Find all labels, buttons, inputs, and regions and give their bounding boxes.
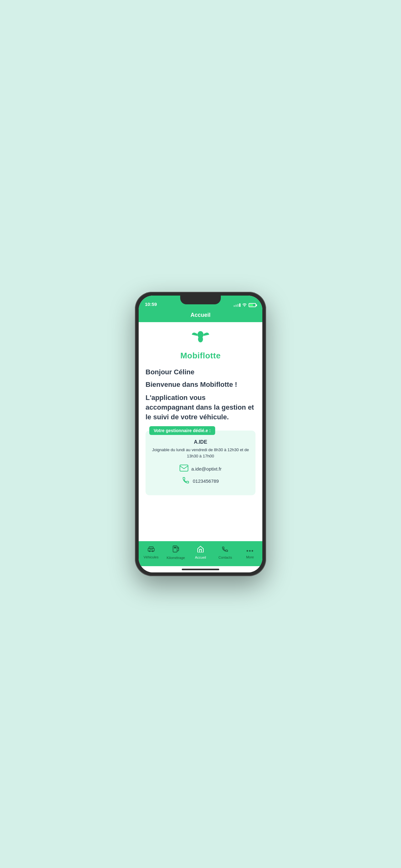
main-content: Mobiflotte Bonjour Céline Bienvenue dans… [139,322,262,541]
svg-rect-6 [150,548,153,550]
status-time: 10:59 [145,302,157,307]
home-icon [197,546,204,554]
logo-section: Mobiflotte [145,330,256,361]
svg-point-12 [252,550,253,552]
status-icons [234,303,256,307]
manager-section: Votre gestionnaire dédié.e : A.IDE Joign… [145,431,256,495]
home-bar [182,569,219,570]
phone-call-icon [182,476,190,485]
nav-vehicules-label: Véhicules [144,555,159,559]
svg-point-10 [247,550,248,552]
brand-name: Mobiflotte [180,351,221,361]
nav-vehicules[interactable]: Véhicules [139,546,163,559]
app-header: Accueil [139,309,262,322]
svg-rect-8 [174,547,176,548]
nav-more[interactable]: More [238,546,262,559]
description-text: L'application vous accompagnant dans la … [145,393,256,422]
nav-accueil[interactable]: Accueil [188,546,213,559]
svg-point-9 [178,548,179,549]
battery-icon [248,303,256,307]
svg-point-11 [249,550,251,552]
nav-contacts-label: Contacts [219,556,232,559]
svg-point-4 [149,551,150,552]
nav-more-label: More [246,555,254,559]
phone-frame: 10:59 Accueil [135,292,266,576]
contacts-phone-icon [222,546,229,554]
manager-phone: 0123456789 [193,478,219,484]
nav-accueil-label: Accueil [195,556,206,559]
fuel-icon [172,545,179,555]
phone-screen: 10:59 Accueil [139,296,262,572]
manager-email: a.ide@optixt.fr [192,466,222,471]
more-icon [246,546,254,554]
mobiflotte-logo-icon [188,330,213,350]
email-icon [179,465,188,473]
svg-point-5 [152,551,153,552]
nav-contacts[interactable]: Contacts [213,546,238,559]
car-icon [147,546,155,554]
manager-name: A.IDE [151,439,250,445]
svg-rect-2 [180,465,188,471]
svg-point-1 [198,336,203,342]
phone-notch [180,296,221,304]
phone-row[interactable]: 0123456789 [151,476,250,485]
welcome-text: Bienvenue dans Mobiflotte ! [145,380,256,389]
manager-hours: Joignable du lundi au vendredi de 8h30 à… [151,447,250,459]
nav-kilometrage-label: Kilométrage [166,556,185,560]
home-indicator [139,566,262,572]
manager-card: A.IDE Joignable du lundi au vendredi de … [145,431,256,495]
nav-kilometrage[interactable]: Kilométrage [163,545,188,560]
manager-badge: Votre gestionnaire dédié.e : [149,426,215,435]
wifi-icon [242,303,247,307]
page-title: Accueil [191,312,210,318]
bottom-nav: Véhicules Kilométrage [139,541,262,566]
greeting-text: Bonjour Céline [145,368,256,376]
email-row[interactable]: a.ide@optixt.fr [151,465,250,473]
signal-icon [234,303,240,307]
